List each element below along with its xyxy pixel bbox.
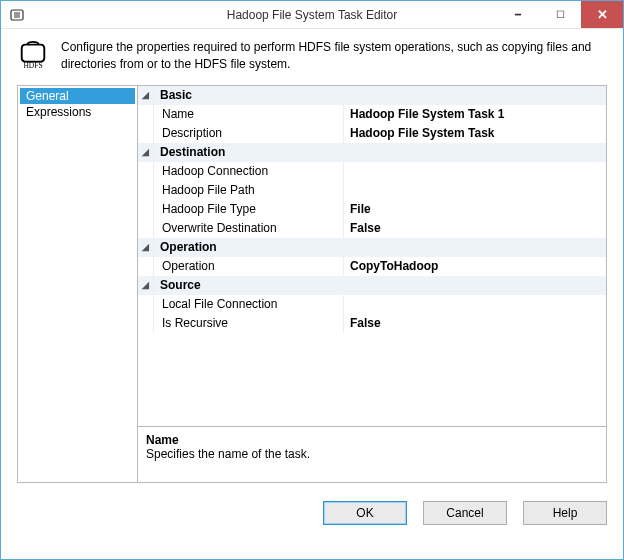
category-value (344, 86, 606, 105)
row-gutter (138, 295, 154, 314)
property-row[interactable]: Overwrite DestinationFalse (138, 219, 606, 238)
property-value[interactable]: False (344, 314, 606, 333)
category-row[interactable]: ◢Basic (138, 86, 606, 105)
ok-button[interactable]: OK (323, 501, 407, 525)
property-row[interactable]: Hadoop Connection (138, 162, 606, 181)
expand-icon[interactable]: ◢ (138, 143, 154, 162)
row-gutter (138, 162, 154, 181)
property-row[interactable]: Hadoop File Path (138, 181, 606, 200)
header-hdfs-icon: HDFS (17, 39, 49, 71)
category-row[interactable]: ◢Source (138, 276, 606, 295)
content: General Expressions ◢BasicNameHadoop Fil… (17, 85, 607, 483)
expand-icon[interactable]: ◢ (138, 238, 154, 257)
footer: OK Cancel Help (1, 483, 623, 541)
property-grid[interactable]: ◢BasicNameHadoop File System Task 1Descr… (138, 86, 606, 426)
help-text: Specifies the name of the task. (146, 447, 598, 461)
right-pane: ◢BasicNameHadoop File System Task 1Descr… (138, 86, 606, 482)
row-gutter (138, 124, 154, 143)
property-label: Operation (154, 257, 344, 276)
help-button[interactable]: Help (523, 501, 607, 525)
row-gutter (138, 181, 154, 200)
window: Hadoop File System Task Editor ━ ☐ ✕ HDF… (0, 0, 624, 560)
property-label: Is Recursive (154, 314, 344, 333)
row-gutter (138, 257, 154, 276)
category-label: Basic (154, 86, 344, 105)
svg-text:HDFS: HDFS (23, 61, 42, 70)
category-row[interactable]: ◢Destination (138, 143, 606, 162)
category-label: Operation (154, 238, 344, 257)
property-row[interactable]: OperationCopyToHadoop (138, 257, 606, 276)
property-value[interactable] (344, 295, 606, 314)
property-row[interactable]: DescriptionHadoop File System Task (138, 124, 606, 143)
property-value[interactable]: False (344, 219, 606, 238)
header: HDFS Configure the properties required t… (1, 29, 623, 85)
property-label: Name (154, 105, 344, 124)
property-label: Overwrite Destination (154, 219, 344, 238)
property-row[interactable]: NameHadoop File System Task 1 (138, 105, 606, 124)
category-label: Source (154, 276, 344, 295)
property-label: Local File Connection (154, 295, 344, 314)
property-value[interactable]: Hadoop File System Task (344, 124, 606, 143)
row-gutter (138, 105, 154, 124)
nav-pane: General Expressions (18, 86, 138, 482)
window-controls: ━ ☐ ✕ (497, 1, 623, 28)
property-value[interactable]: CopyToHadoop (344, 257, 606, 276)
row-gutter (138, 219, 154, 238)
minimize-button[interactable]: ━ (497, 1, 539, 28)
category-row[interactable]: ◢Operation (138, 238, 606, 257)
cancel-button[interactable]: Cancel (423, 501, 507, 525)
category-value (344, 238, 606, 257)
expand-icon[interactable]: ◢ (138, 86, 154, 105)
property-label: Hadoop File Type (154, 200, 344, 219)
property-value[interactable] (344, 162, 606, 181)
hdfs-icon (9, 7, 25, 23)
category-value (344, 276, 606, 295)
property-label: Description (154, 124, 344, 143)
category-value (344, 143, 606, 162)
close-button[interactable]: ✕ (581, 1, 623, 28)
property-label: Hadoop Connection (154, 162, 344, 181)
property-row[interactable]: Local File Connection (138, 295, 606, 314)
nav-item-expressions[interactable]: Expressions (20, 104, 135, 120)
help-panel: Name Specifies the name of the task. (138, 426, 606, 482)
property-label: Hadoop File Path (154, 181, 344, 200)
expand-icon[interactable]: ◢ (138, 276, 154, 295)
property-row[interactable]: Hadoop File TypeFile (138, 200, 606, 219)
property-value[interactable]: Hadoop File System Task 1 (344, 105, 606, 124)
header-description: Configure the properties required to per… (61, 39, 607, 73)
row-gutter (138, 200, 154, 219)
property-value[interactable]: File (344, 200, 606, 219)
row-gutter (138, 314, 154, 333)
category-label: Destination (154, 143, 344, 162)
help-title: Name (146, 433, 598, 447)
titlebar: Hadoop File System Task Editor ━ ☐ ✕ (1, 1, 623, 29)
nav-item-general[interactable]: General (20, 88, 135, 104)
property-value[interactable] (344, 181, 606, 200)
maximize-button[interactable]: ☐ (539, 1, 581, 28)
property-row[interactable]: Is RecursiveFalse (138, 314, 606, 333)
